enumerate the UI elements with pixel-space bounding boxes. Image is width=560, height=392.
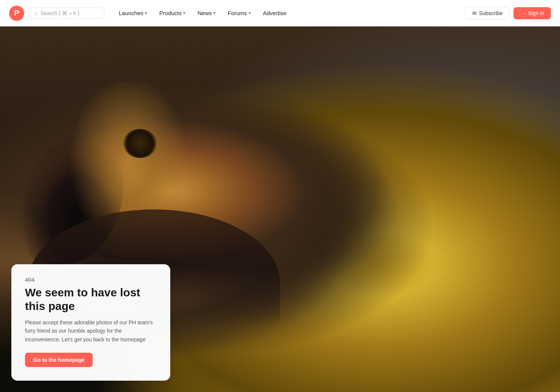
signin-button[interactable]: → Sign in (513, 7, 551, 19)
nav-label-advertise: Advertise (263, 10, 287, 16)
error-code: 404 (25, 276, 157, 283)
chevron-down-icon: ▾ (145, 11, 147, 15)
signin-label: Sign in (528, 10, 544, 16)
chevron-down-icon: ▾ (183, 11, 185, 15)
error-title: We seem to have lost this page (25, 286, 157, 313)
subscribe-icon: ✉ (472, 10, 477, 16)
nav-label-products: Products (159, 10, 182, 16)
search-placeholder-text: Search ( ⌘ + k ) (40, 10, 79, 16)
hero-section: 404 We seem to have lost this page Pleas… (0, 26, 560, 392)
search-icon: ⌕ (34, 10, 37, 16)
dog-eye (123, 129, 157, 158)
nav-label-news: News (198, 10, 212, 16)
error-description: Please accept these adorable photos of o… (25, 318, 157, 344)
navbar: P ⌕ Search ( ⌘ + k ) Launches ▾ Products… (0, 0, 560, 26)
nav-item-launches[interactable]: Launches ▾ (114, 7, 152, 19)
chevron-down-icon: ▾ (249, 11, 251, 15)
subscribe-label: Subscribe (479, 10, 502, 16)
go-to-homepage-button[interactable]: Go to the homepage (25, 353, 93, 367)
nav-item-products[interactable]: Products ▾ (154, 7, 191, 19)
nav-label-forums: Forums (228, 10, 247, 16)
nav-label-launches: Launches (119, 10, 143, 16)
nav-links: Launches ▾ Products ▾ News ▾ Forums ▾ Ad… (114, 7, 460, 19)
logo-letter: P (14, 9, 19, 17)
nav-right: ✉ Subscribe → Sign in (465, 7, 551, 20)
signin-icon: → (520, 10, 526, 16)
error-card: 404 We seem to have lost this page Pleas… (11, 264, 170, 381)
nav-item-advertise[interactable]: Advertise (258, 7, 292, 19)
nav-item-forums[interactable]: Forums ▾ (222, 7, 256, 19)
chevron-down-icon: ▾ (213, 11, 216, 15)
subscribe-button[interactable]: ✉ Subscribe (465, 7, 510, 20)
logo-button[interactable]: P (9, 6, 24, 21)
nav-item-news[interactable]: News ▾ (192, 7, 221, 19)
search-box[interactable]: ⌕ Search ( ⌘ + k ) (29, 8, 104, 19)
